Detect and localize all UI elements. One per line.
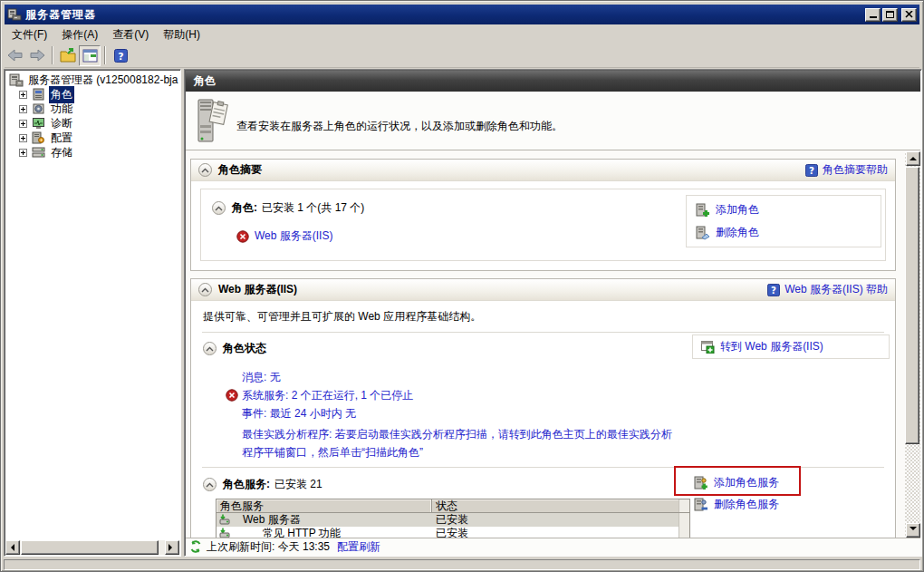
tree-root-server-manager[interactable]: 服务器管理器 (v125008182-bja <box>6 73 178 87</box>
server-manager-window: 服务器管理器 文件(F) 操作(A) 查看(V) 帮助(H) <box>0 0 924 572</box>
tree-item-label: 存储 <box>49 144 74 161</box>
scroll-down-button[interactable] <box>906 523 920 538</box>
expand-icon[interactable] <box>19 134 27 142</box>
roles-summary-section: 角色摘要 ? 角色摘要帮助 <box>190 159 896 271</box>
pane-description-text: 查看安装在服务器上角色的运行状况，以及添加或删除角色和功能。 <box>236 119 563 134</box>
web-server-section: Web 服务器(IIS) ? Web 服务器(IIS) 帮助 提供可靠、可管理并… <box>190 278 896 538</box>
features-icon <box>32 102 45 115</box>
back-button[interactable] <box>5 45 26 66</box>
table-scrollbar-strip <box>679 513 689 527</box>
bpa-link[interactable]: 最佳实践分析程序: 若要启动最佳实践分析程序扫描，请转到此角色主页上的最佳实践分… <box>242 428 672 441</box>
messages-link[interactable]: 消息: 无 <box>242 370 281 385</box>
collapse-chevron-icon[interactable] <box>203 478 217 491</box>
roles-actions-box: 添加角色 删除角色 <box>686 195 881 247</box>
web-server-role-link[interactable]: Web 服务器(IIS) <box>255 228 332 244</box>
titlebar: 服务器管理器 <box>5 5 919 24</box>
pane-title: 角色 <box>194 73 216 89</box>
menu-action[interactable]: 操作(A) <box>54 25 105 44</box>
tree-item-configuration[interactable]: 配置 <box>6 131 178 145</box>
forward-button[interactable] <box>26 45 48 66</box>
forward-arrow-icon <box>29 49 45 62</box>
scrollbar-thumb[interactable] <box>905 167 919 444</box>
error-icon <box>236 230 249 243</box>
scroll-up-button[interactable] <box>906 151 920 166</box>
svg-text:?: ? <box>771 284 776 295</box>
events-link[interactable]: 事件: 最近 24 小时内 无 <box>242 406 356 422</box>
remove-role-icon <box>696 226 710 240</box>
table-scrollbar-strip <box>679 499 689 512</box>
roles-icon <box>32 88 45 101</box>
expand-icon[interactable] <box>19 91 27 99</box>
maximize-button[interactable] <box>882 8 898 22</box>
back-arrow-icon <box>7 49 24 62</box>
role-services-count: 已安装 21 <box>274 477 322 492</box>
goto-box[interactable]: 转到 Web 服务器(IIS) <box>692 334 890 359</box>
tree-item-features[interactable]: 功能 <box>6 102 178 116</box>
pane-header: 角色 <box>186 71 920 92</box>
remove-role-action[interactable]: 删除角色 <box>696 225 871 240</box>
menu-file[interactable]: 文件(F) <box>5 25 54 44</box>
console-window-icon <box>82 49 98 63</box>
expand-icon[interactable] <box>19 120 27 128</box>
remove-role-link[interactable]: 删除角色 <box>716 225 759 240</box>
collapse-chevron-icon[interactable] <box>203 342 217 355</box>
scroll-right-button[interactable] <box>165 540 179 555</box>
system-services-link[interactable]: 系统服务: 2 个正在运行, 1 个已停止 <box>242 388 413 403</box>
menu-help[interactable]: 帮助(H) <box>156 25 207 44</box>
expand-icon[interactable] <box>19 105 27 113</box>
close-button[interactable] <box>901 8 917 22</box>
goto-web-server-link[interactable]: 转到 Web 服务器(IIS) <box>720 339 823 354</box>
minimize-icon <box>870 16 877 18</box>
add-role-service-action[interactable]: 添加角色服务 <box>694 475 890 490</box>
table-scrollbar-strip <box>679 527 689 538</box>
remove-role-service-icon <box>694 498 708 512</box>
console-tree-button[interactable] <box>57 45 79 66</box>
folder-arrow-icon <box>60 48 76 63</box>
maximize-icon <box>886 11 894 18</box>
scroll-area: 角色摘要 ? 角色摘要帮助 <box>186 151 920 538</box>
help-button[interactable]: ? <box>110 45 131 66</box>
add-role-service-link[interactable]: 添加角色服务 <box>714 475 779 490</box>
roles-summary-help-link[interactable]: 角色摘要帮助 <box>823 162 888 178</box>
scrollbar-thumb[interactable] <box>21 540 159 555</box>
collapse-chevron-icon[interactable] <box>198 283 212 296</box>
help-icon[interactable]: ? <box>767 284 780 296</box>
menu-view[interactable]: 查看(V) <box>105 25 156 44</box>
refresh-icon <box>189 540 202 553</box>
tree-horizontal-scrollbar[interactable] <box>5 540 179 555</box>
refresh-bar: 上次刷新时间: 今天 13:35 配置刷新 <box>186 538 920 555</box>
bpa-link-line2[interactable]: 程序平铺窗口，然后单击“扫描此角色” <box>242 446 423 460</box>
role-services-actions: 添加角色服务 删除角色服务 <box>694 475 890 512</box>
collapse-chevron-icon[interactable] <box>212 201 226 215</box>
tree-item-storage[interactable]: 存储 <box>6 145 178 160</box>
roles-count-value: 已安装 1 个(共 17 个) <box>262 200 364 216</box>
collapse-chevron-icon[interactable] <box>198 163 212 177</box>
configure-refresh-link[interactable]: 配置刷新 <box>337 539 380 555</box>
server-manager-icon <box>9 73 24 87</box>
table-row[interactable]: Web 服务器 已安装 <box>217 513 689 527</box>
add-role-action[interactable]: 添加角色 <box>696 202 871 218</box>
remove-role-service-link[interactable]: 删除角色服务 <box>714 497 779 512</box>
table-row[interactable]: 常见 HTTP 功能 已安装 <box>217 527 689 538</box>
svg-text:?: ? <box>809 164 814 175</box>
role-status-row: 角色状态 转到 Web 服务器(IIS) <box>191 333 895 362</box>
web-server-help-link[interactable]: Web 服务器(IIS) 帮助 <box>784 282 888 297</box>
tree-item-roles[interactable]: 角色 <box>6 87 178 102</box>
help-icon[interactable]: ? <box>805 164 818 177</box>
arrow-up-icon <box>910 153 917 160</box>
role-status-lines: 消息: 无 系统服务: 2 个正在运行, 1 个已停止 事件: 最近 24 小时… <box>242 368 895 461</box>
app-icon <box>7 8 22 21</box>
installed-service-icon <box>219 514 231 526</box>
svg-text:?: ? <box>118 50 123 62</box>
add-role-link[interactable]: 添加角色 <box>716 202 759 218</box>
expand-icon[interactable] <box>19 149 27 157</box>
column-header-service[interactable]: 角色服务 <box>217 499 432 512</box>
column-header-status[interactable]: 状态 <box>432 499 679 512</box>
scroll-left-button[interactable] <box>5 540 20 555</box>
roles-count-label: 角色: <box>232 200 257 216</box>
console-pane-button[interactable] <box>79 45 101 66</box>
remove-role-service-action[interactable]: 删除角色服务 <box>694 497 890 512</box>
tree-item-diagnostics[interactable]: 诊断 <box>6 116 178 131</box>
minimize-button[interactable] <box>865 8 881 22</box>
details-vertical-scrollbar[interactable] <box>905 151 920 538</box>
